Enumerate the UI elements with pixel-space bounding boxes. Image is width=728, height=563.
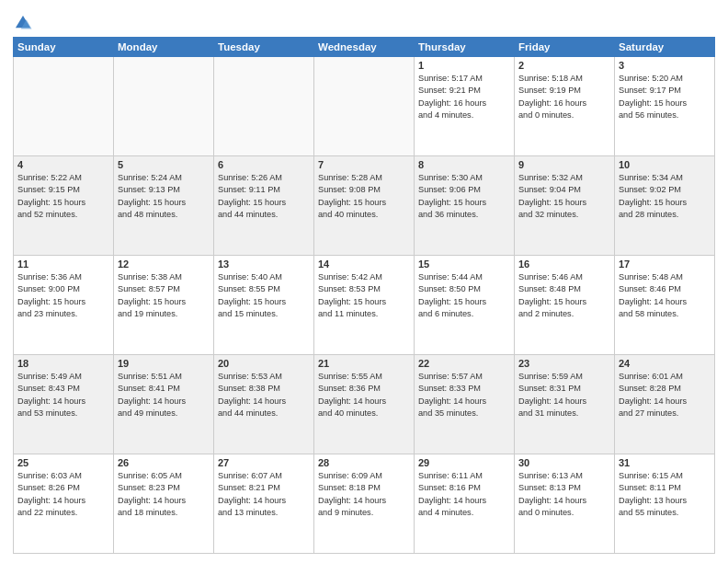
day-info: Sunrise: 6:15 AMSunset: 8:11 PMDaylight:… <box>619 470 711 519</box>
day-number: 1 <box>418 60 510 71</box>
week-row-1: 1Sunrise: 5:17 AMSunset: 9:21 PMDaylight… <box>14 57 715 156</box>
day-number: 30 <box>518 457 610 468</box>
day-cell: 9Sunrise: 5:32 AMSunset: 9:04 PMDaylight… <box>515 156 615 256</box>
header-row: SundayMondayTuesdayWednesdayThursdayFrid… <box>14 38 715 57</box>
day-info: Sunrise: 5:49 AMSunset: 8:43 PMDaylight:… <box>17 371 109 419</box>
day-number: 24 <box>619 358 711 369</box>
day-info: Sunrise: 5:34 AMSunset: 9:02 PMDaylight:… <box>619 172 711 221</box>
week-row-5: 25Sunrise: 6:03 AMSunset: 8:26 PMDayligh… <box>14 454 715 554</box>
day-info: Sunrise: 6:07 AMSunset: 8:21 PMDaylight:… <box>218 470 310 519</box>
day-cell: 14Sunrise: 5:42 AMSunset: 8:53 PMDayligh… <box>314 256 415 355</box>
day-info: Sunrise: 5:40 AMSunset: 8:55 PMDaylight:… <box>218 271 310 320</box>
day-cell: 3Sunrise: 5:20 AMSunset: 9:17 PMDaylight… <box>615 57 715 156</box>
header-cell-sunday: Sunday <box>14 38 114 57</box>
day-cell: 8Sunrise: 5:30 AMSunset: 9:06 PMDaylight… <box>415 156 515 256</box>
day-cell: 15Sunrise: 5:44 AMSunset: 8:50 PMDayligh… <box>415 256 515 355</box>
page: SundayMondayTuesdayWednesdayThursdayFrid… <box>0 0 728 563</box>
day-info: Sunrise: 5:18 AMSunset: 9:19 PMDaylight:… <box>518 73 610 121</box>
day-number: 31 <box>619 457 711 468</box>
day-cell: 5Sunrise: 5:24 AMSunset: 9:13 PMDaylight… <box>114 156 214 256</box>
day-number: 25 <box>17 457 109 468</box>
day-cell: 13Sunrise: 5:40 AMSunset: 8:55 PMDayligh… <box>214 256 314 355</box>
day-info: Sunrise: 5:22 AMSunset: 9:15 PMDaylight:… <box>17 172 109 221</box>
day-info: Sunrise: 6:03 AMSunset: 8:26 PMDaylight:… <box>17 470 109 519</box>
day-info: Sunrise: 5:44 AMSunset: 8:50 PMDaylight:… <box>418 271 510 320</box>
week-row-4: 18Sunrise: 5:49 AMSunset: 8:43 PMDayligh… <box>14 355 715 454</box>
day-cell: 25Sunrise: 6:03 AMSunset: 8:26 PMDayligh… <box>14 454 114 554</box>
day-number: 12 <box>118 259 210 270</box>
logo <box>13 13 35 33</box>
day-info: Sunrise: 5:24 AMSunset: 9:13 PMDaylight:… <box>118 172 210 221</box>
day-number: 17 <box>619 259 711 270</box>
day-info: Sunrise: 5:48 AMSunset: 8:46 PMDaylight:… <box>619 271 711 320</box>
day-cell: 12Sunrise: 5:38 AMSunset: 8:57 PMDayligh… <box>114 256 214 355</box>
day-cell <box>214 57 314 156</box>
day-number: 27 <box>218 457 310 468</box>
day-cell: 1Sunrise: 5:17 AMSunset: 9:21 PMDaylight… <box>415 57 515 156</box>
day-number: 21 <box>318 358 410 369</box>
day-info: Sunrise: 5:55 AMSunset: 8:36 PMDaylight:… <box>318 371 410 419</box>
day-info: Sunrise: 6:11 AMSunset: 8:16 PMDaylight:… <box>418 470 510 519</box>
day-cell: 29Sunrise: 6:11 AMSunset: 8:16 PMDayligh… <box>415 454 515 554</box>
day-info: Sunrise: 5:53 AMSunset: 8:38 PMDaylight:… <box>218 371 310 419</box>
day-cell: 31Sunrise: 6:15 AMSunset: 8:11 PMDayligh… <box>615 454 715 554</box>
day-number: 19 <box>118 358 210 369</box>
day-info: Sunrise: 5:36 AMSunset: 9:00 PMDaylight:… <box>17 271 109 320</box>
day-cell: 19Sunrise: 5:51 AMSunset: 8:41 PMDayligh… <box>114 355 214 454</box>
header-cell-tuesday: Tuesday <box>214 38 314 57</box>
day-cell: 6Sunrise: 5:26 AMSunset: 9:11 PMDaylight… <box>214 156 314 256</box>
week-row-2: 4Sunrise: 5:22 AMSunset: 9:15 PMDaylight… <box>14 156 715 256</box>
day-info: Sunrise: 5:46 AMSunset: 8:48 PMDaylight:… <box>518 271 610 320</box>
day-info: Sunrise: 5:26 AMSunset: 9:11 PMDaylight:… <box>218 172 310 221</box>
header-cell-saturday: Saturday <box>615 38 715 57</box>
day-info: Sunrise: 6:09 AMSunset: 8:18 PMDaylight:… <box>318 470 410 519</box>
day-number: 23 <box>518 358 610 369</box>
day-cell: 21Sunrise: 5:55 AMSunset: 8:36 PMDayligh… <box>314 355 415 454</box>
day-number: 18 <box>17 358 109 369</box>
day-info: Sunrise: 5:42 AMSunset: 8:53 PMDaylight:… <box>318 271 410 320</box>
day-number: 8 <box>418 159 510 170</box>
day-cell: 24Sunrise: 6:01 AMSunset: 8:28 PMDayligh… <box>615 355 715 454</box>
day-number: 10 <box>619 159 711 170</box>
day-cell: 18Sunrise: 5:49 AMSunset: 8:43 PMDayligh… <box>14 355 114 454</box>
day-cell: 10Sunrise: 5:34 AMSunset: 9:02 PMDayligh… <box>615 156 715 256</box>
day-cell: 26Sunrise: 6:05 AMSunset: 8:23 PMDayligh… <box>114 454 214 554</box>
day-number: 16 <box>518 259 610 270</box>
day-info: Sunrise: 6:13 AMSunset: 8:13 PMDaylight:… <box>518 470 610 519</box>
day-cell: 16Sunrise: 5:46 AMSunset: 8:48 PMDayligh… <box>515 256 615 355</box>
day-info: Sunrise: 6:05 AMSunset: 8:23 PMDaylight:… <box>118 470 210 519</box>
day-number: 9 <box>518 159 610 170</box>
day-info: Sunrise: 5:30 AMSunset: 9:06 PMDaylight:… <box>418 172 510 221</box>
day-number: 28 <box>318 457 410 468</box>
day-cell: 22Sunrise: 5:57 AMSunset: 8:33 PMDayligh… <box>415 355 515 454</box>
calendar-table: SundayMondayTuesdayWednesdayThursdayFrid… <box>13 37 715 554</box>
day-info: Sunrise: 5:51 AMSunset: 8:41 PMDaylight:… <box>118 371 210 419</box>
day-cell: 2Sunrise: 5:18 AMSunset: 9:19 PMDaylight… <box>515 57 615 156</box>
day-info: Sunrise: 5:38 AMSunset: 8:57 PMDaylight:… <box>118 271 210 320</box>
logo-icon <box>13 13 33 33</box>
day-number: 5 <box>118 159 210 170</box>
day-info: Sunrise: 6:01 AMSunset: 8:28 PMDaylight:… <box>619 371 711 419</box>
day-cell <box>114 57 214 156</box>
day-info: Sunrise: 5:20 AMSunset: 9:17 PMDaylight:… <box>619 73 711 121</box>
day-number: 14 <box>318 259 410 270</box>
header-cell-thursday: Thursday <box>415 38 515 57</box>
day-number: 22 <box>418 358 510 369</box>
day-number: 29 <box>418 457 510 468</box>
day-number: 4 <box>17 159 109 170</box>
header-cell-wednesday: Wednesday <box>314 38 415 57</box>
day-cell: 27Sunrise: 6:07 AMSunset: 8:21 PMDayligh… <box>214 454 314 554</box>
day-info: Sunrise: 5:28 AMSunset: 9:08 PMDaylight:… <box>318 172 410 221</box>
day-cell: 30Sunrise: 6:13 AMSunset: 8:13 PMDayligh… <box>515 454 615 554</box>
day-number: 11 <box>17 259 109 270</box>
day-cell <box>314 57 415 156</box>
day-cell: 17Sunrise: 5:48 AMSunset: 8:46 PMDayligh… <box>615 256 715 355</box>
day-info: Sunrise: 5:17 AMSunset: 9:21 PMDaylight:… <box>418 73 510 121</box>
day-number: 26 <box>118 457 210 468</box>
day-number: 2 <box>518 60 610 71</box>
day-info: Sunrise: 5:57 AMSunset: 8:33 PMDaylight:… <box>418 371 510 419</box>
day-info: Sunrise: 5:59 AMSunset: 8:31 PMDaylight:… <box>518 371 610 419</box>
day-cell <box>14 57 114 156</box>
header <box>13 9 715 33</box>
day-cell: 11Sunrise: 5:36 AMSunset: 9:00 PMDayligh… <box>14 256 114 355</box>
